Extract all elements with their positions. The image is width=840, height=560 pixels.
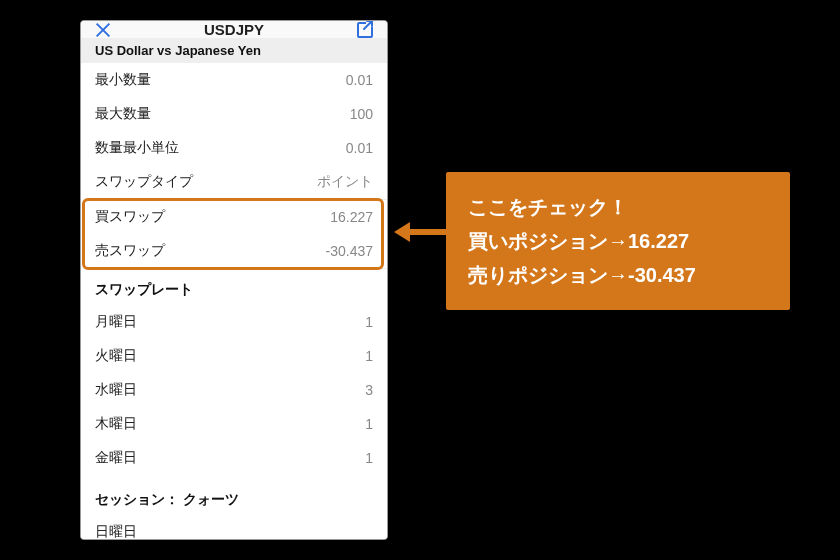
label: 買スワップ: [95, 208, 165, 226]
value: 0.01: [346, 72, 373, 88]
value: ポイント: [317, 173, 373, 191]
label: 最大数量: [95, 105, 151, 123]
panel-header: USDJPY: [81, 21, 387, 38]
row-monday: 月曜日1: [81, 305, 387, 339]
row-thursday: 木曜日1: [81, 407, 387, 441]
value: 16.227: [330, 209, 373, 225]
value: 1: [365, 314, 373, 330]
value: 1: [365, 416, 373, 432]
annotation-arrow-head: [394, 222, 410, 242]
label: 水曜日: [95, 381, 137, 399]
value: 1: [365, 348, 373, 364]
callout-line2: 買いポジション→16.227: [468, 224, 768, 258]
section-header-swap-rate: スワップレート: [81, 269, 387, 305]
value: 3: [365, 382, 373, 398]
row-sunday: 日曜日: [81, 515, 387, 540]
label: 日曜日: [95, 523, 137, 540]
label: 月曜日: [95, 313, 137, 331]
label: 木曜日: [95, 415, 137, 433]
close-icon[interactable]: [95, 22, 111, 38]
row-swap-type: スワップタイプポイント: [81, 165, 387, 199]
value: 0.01: [346, 140, 373, 156]
row-volume-step: 数量最小単位0.01: [81, 131, 387, 165]
row-max-volume: 最大数量100: [81, 97, 387, 131]
callout-line3: 売りポジション→-30.437: [468, 258, 768, 292]
row-wednesday: 水曜日3: [81, 373, 387, 407]
section-header-pair: US Dollar vs Japanese Yen: [81, 38, 387, 63]
label: スワップタイプ: [95, 173, 193, 191]
panel-title: USDJPY: [204, 21, 264, 38]
value: -30.437: [326, 243, 373, 259]
label: 数量最小単位: [95, 139, 179, 157]
label: 売スワップ: [95, 242, 165, 260]
row-swap-short: 売スワップ-30.437: [81, 234, 387, 268]
value: 100: [350, 106, 373, 122]
row-min-volume: 最小数量0.01: [81, 63, 387, 97]
spec-list: 最小数量0.01 最大数量100 数量最小単位0.01 スワップタイプポイント …: [81, 63, 387, 540]
label: 最小数量: [95, 71, 151, 89]
row-friday: 金曜日1: [81, 441, 387, 475]
row-tuesday: 火曜日1: [81, 339, 387, 373]
label: 金曜日: [95, 449, 137, 467]
instrument-detail-panel: USDJPY US Dollar vs Japanese Yen 最小数量0.0…: [80, 20, 388, 540]
value: 1: [365, 450, 373, 466]
open-external-icon[interactable]: [357, 22, 373, 38]
row-swap-long: 買スワップ16.227: [81, 200, 387, 234]
label: 火曜日: [95, 347, 137, 365]
callout-line1: ここをチェック！: [468, 190, 768, 224]
annotation-arrow-line: [408, 229, 446, 235]
section-header-session: セッション： クォーツ: [81, 475, 387, 515]
annotation-callout: ここをチェック！ 買いポジション→16.227 売りポジション→-30.437: [446, 172, 790, 310]
